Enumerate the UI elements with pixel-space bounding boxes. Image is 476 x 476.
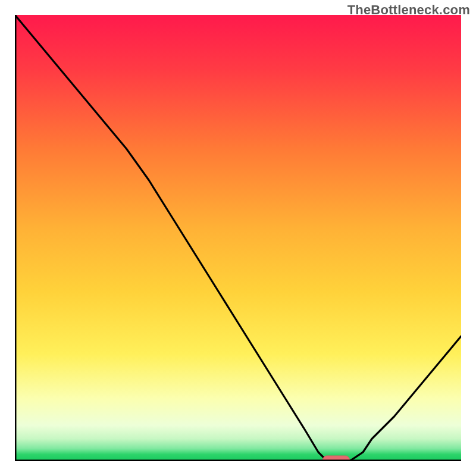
chart-svg (15, 15, 461, 461)
gradient-background (15, 15, 461, 461)
plot-area (15, 15, 461, 461)
chart-container: TheBottleneck.com (0, 0, 476, 476)
